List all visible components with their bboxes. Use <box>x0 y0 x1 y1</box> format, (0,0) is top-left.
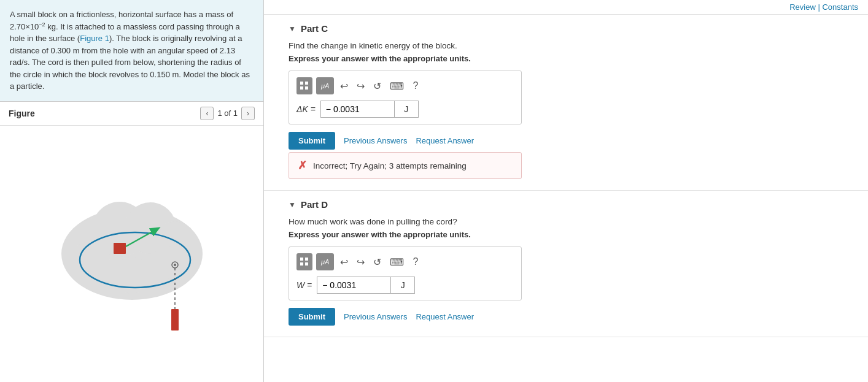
svg-rect-14 <box>171 309 179 330</box>
part-c-label: Part C <box>301 23 328 34</box>
help-button-d[interactable]: ? <box>410 255 420 269</box>
part-d-toolbar: μA ↩ ↪ ↺ ⌨ ? <box>296 253 514 270</box>
part-c-header: ▼ Part C <box>289 23 843 34</box>
part-d-header: ▼ Part D <box>289 199 843 210</box>
keyboard-button-c[interactable]: ⌨ <box>387 79 406 93</box>
right-panel: Review | Constants ▼ Part C Find the cha… <box>264 0 868 382</box>
part-c-toolbar: μA ↩ ↪ ↺ ⌨ ? <box>296 77 514 94</box>
part-c-unit: J <box>394 101 419 118</box>
part-c-action-row: Submit Previous Answers Request Answer <box>289 132 843 150</box>
page-navigation: ‹ 1 of 1 › <box>200 107 255 120</box>
error-icon-c: ✗ <box>298 159 307 172</box>
part-c-request-answer-button[interactable]: Request Answer <box>416 136 474 145</box>
part-c-instruction: Express your answer with the appropriate… <box>289 54 843 63</box>
part-c-section: ▼ Part C Find the change in kinetic ener… <box>264 15 868 191</box>
part-d-answer-input[interactable] <box>317 277 390 294</box>
part-c-error-banner: ✗ Incorrect; Try Again; 3 attempts remai… <box>289 152 522 179</box>
figure-header: Figure ‹ 1 of 1 › <box>0 102 263 126</box>
part-c-answer-box: μA ↩ ↪ ↺ ⌨ ? ΔK = J <box>289 71 522 124</box>
grid-button-d[interactable] <box>296 253 312 270</box>
part-d-section: ▼ Part D How much work was done in pulli… <box>264 191 868 337</box>
undo-button-c[interactable]: ↩ <box>338 79 351 93</box>
part-d-instruction: Express your answer with the appropriate… <box>289 230 843 239</box>
part-d-previous-answers-button[interactable]: Previous Answers <box>344 312 407 321</box>
part-d-label: Part D <box>301 199 328 210</box>
refresh-button-d[interactable]: ↺ <box>371 255 384 269</box>
problem-description: A small block on a frictionless, horizon… <box>0 0 263 102</box>
part-c-submit-button[interactable]: Submit <box>289 132 335 150</box>
part-d-unit: J <box>390 277 415 294</box>
error-message-c: Incorrect; Try Again; 3 attempts remaini… <box>313 161 467 170</box>
redo-button-c[interactable]: ↪ <box>354 79 367 93</box>
figure-link[interactable]: Figure 1 <box>80 34 109 43</box>
next-figure-button[interactable]: › <box>241 107 255 120</box>
svg-point-12 <box>174 264 176 266</box>
part-c-previous-answers-button[interactable]: Previous Answers <box>344 136 407 145</box>
left-panel: A small block on a frictionless, horizon… <box>0 0 264 382</box>
part-d-action-row: Submit Previous Answers Request Answer <box>289 308 843 326</box>
mu-button-c[interactable]: μA <box>316 77 334 94</box>
part-c-input-row: ΔK = J <box>296 101 514 118</box>
part-d-submit-button[interactable]: Submit <box>289 308 335 326</box>
part-c-answer-input[interactable] <box>320 101 394 118</box>
grid-button-c[interactable] <box>296 77 312 94</box>
part-d-answer-box: μA ↩ ↪ ↺ ⌨ ? W = J <box>289 246 522 300</box>
part-d-question: How much work was done in pulling the co… <box>289 217 843 226</box>
svg-point-5 <box>71 242 107 278</box>
review-constants-link[interactable]: Review | Constants <box>789 2 858 12</box>
svg-rect-9 <box>114 243 126 254</box>
part-d-request-answer-button[interactable]: Request Answer <box>416 312 474 321</box>
keyboard-button-d[interactable]: ⌨ <box>387 255 406 269</box>
part-d-collapse-arrow[interactable]: ▼ <box>289 201 296 209</box>
redo-button-d[interactable]: ↪ <box>354 255 367 269</box>
help-button-c[interactable]: ? <box>410 79 420 93</box>
figure-illustration <box>40 174 224 334</box>
undo-button-d[interactable]: ↩ <box>338 255 351 269</box>
top-bar: Review | Constants <box>264 0 868 15</box>
prev-figure-button[interactable]: ‹ <box>200 107 214 120</box>
figure-canvas <box>0 126 263 382</box>
refresh-button-c[interactable]: ↺ <box>371 79 384 93</box>
figure-label: Figure <box>9 109 35 118</box>
part-c-input-label: ΔK = <box>296 104 316 114</box>
mu-button-d[interactable]: μA <box>316 253 334 270</box>
part-d-input-row: W = J <box>296 277 514 294</box>
part-c-question: Find the change in kinetic energy of the… <box>289 41 843 50</box>
part-c-collapse-arrow[interactable]: ▼ <box>289 25 296 33</box>
page-indicator: 1 of 1 <box>217 109 238 118</box>
part-d-input-label: W = <box>296 280 312 290</box>
figure-section: Figure ‹ 1 of 1 › <box>0 102 263 382</box>
